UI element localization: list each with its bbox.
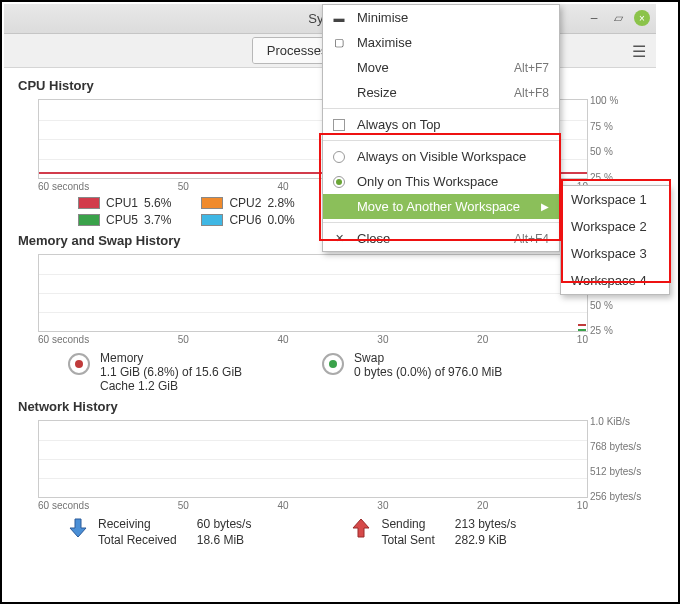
submenu-workspace-2[interactable]: Workspace 2 <box>561 213 669 240</box>
sending-value: 213 bytes/s <box>455 517 516 531</box>
checkbox-icon <box>333 119 345 131</box>
memory-label: Memory <box>100 351 242 365</box>
maximise-button[interactable]: ▱ <box>610 10 626 26</box>
memory-chart <box>38 254 588 332</box>
maximise-icon: ▢ <box>331 36 347 49</box>
menu-minimise[interactable]: ▬Minimise <box>323 5 559 30</box>
menu-move-to-workspace[interactable]: Move to Another Workspace▶ <box>323 194 559 219</box>
network-title: Network History <box>18 399 642 414</box>
total-sent-value: 282.9 KiB <box>455 533 516 547</box>
swap-usage: 0 bytes (0.0%) of 976.0 MiB <box>354 365 502 379</box>
upload-arrow-icon <box>351 517 371 539</box>
chevron-right-icon: ▶ <box>541 201 549 212</box>
memory-usage: 1.1 GiB (6.8%) of 15.6 GiB <box>100 365 242 379</box>
memory-section: Memory and Swap History 100 % 75 % 50 % … <box>18 233 642 393</box>
radio-selected-icon <box>333 176 345 188</box>
minimise-icon: ▬ <box>331 12 347 24</box>
menu-maximise[interactable]: ▢Maximise <box>323 30 559 55</box>
total-received-value: 18.6 MiB <box>197 533 252 547</box>
memory-cache: Cache 1.2 GiB <box>100 379 242 393</box>
swatch-cpu6 <box>201 214 223 226</box>
window-context-menu: ▬Minimise ▢Maximise MoveAlt+F7 ResizeAlt… <box>322 4 560 252</box>
swatch-cpu5 <box>78 214 100 226</box>
submenu-workspace-3[interactable]: Workspace 3 <box>561 240 669 267</box>
submenu-workspace-4[interactable]: Workspace 4 <box>561 267 669 294</box>
radio-icon <box>333 151 345 163</box>
receiving-value: 60 bytes/s <box>197 517 252 531</box>
swatch-cpu2 <box>201 197 223 209</box>
receiving-label: Receiving <box>98 517 177 531</box>
menu-resize[interactable]: ResizeAlt+F8 <box>323 80 559 105</box>
network-section: Network History 1.0 KiB/s 768 bytes/s 51… <box>18 399 642 547</box>
swap-gauge-icon <box>322 353 344 375</box>
total-received-label: Total Received <box>98 533 177 547</box>
menu-button[interactable]: ☰ <box>632 42 646 61</box>
swap-label: Swap <box>354 351 502 365</box>
minimise-button[interactable]: – <box>586 10 602 26</box>
submenu-workspace-1[interactable]: Workspace 1 <box>561 186 669 213</box>
menu-close[interactable]: ✕CloseAlt+F4 <box>323 226 559 251</box>
close-icon: ✕ <box>331 232 347 245</box>
menu-always-visible-workspace[interactable]: Always on Visible Workspace <box>323 144 559 169</box>
swatch-cpu1 <box>78 197 100 209</box>
menu-only-this-workspace[interactable]: Only on This Workspace <box>323 169 559 194</box>
close-button[interactable]: × <box>634 10 650 26</box>
total-sent-label: Total Sent <box>381 533 434 547</box>
workspace-submenu: Workspace 1 Workspace 2 Workspace 3 Work… <box>560 185 670 295</box>
menu-always-on-top[interactable]: Always on Top <box>323 112 559 137</box>
download-arrow-icon <box>68 517 88 539</box>
sending-label: Sending <box>381 517 434 531</box>
menu-move[interactable]: MoveAlt+F7 <box>323 55 559 80</box>
memory-gauge-icon <box>68 353 90 375</box>
network-chart <box>38 420 588 498</box>
